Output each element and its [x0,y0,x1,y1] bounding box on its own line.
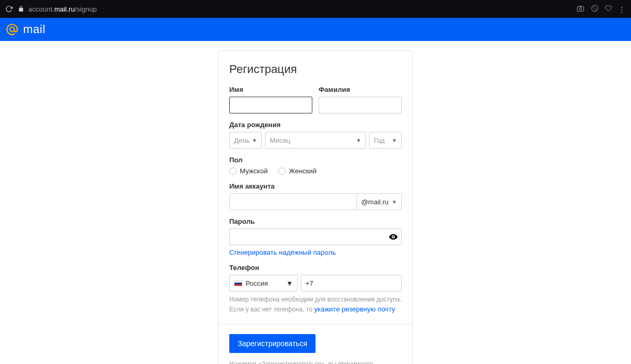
block-icon[interactable] [591,5,598,14]
chevron-down-icon: ▼ [392,199,397,205]
form-footer: Зарегистрироваться Нажимая «Зарегистриро… [219,324,412,365]
svg-point-1 [579,7,582,9]
radio-icon [278,168,286,175]
phone-label: Телефон [229,264,402,272]
app-header: mail [0,18,631,41]
svg-point-4 [10,27,15,32]
reload-icon[interactable] [5,5,13,13]
dob-month-select[interactable]: Месяц▼ [265,132,366,149]
heart-icon[interactable] [605,5,612,14]
last-name-input[interactable] [319,97,402,113]
chevron-down-icon: ▼ [356,138,361,143]
eye-icon [389,232,398,242]
chevron-down-icon: ▼ [252,138,257,143]
phone-hint: Номер телефона необходим для восстановле… [229,295,402,315]
logo-text: mail [23,23,45,36]
domain-select[interactable]: @mail.ru▼ [357,193,402,210]
at-icon [5,23,19,36]
browser-chrome-bar: account.mail.ru/signup ⋮ [0,0,631,18]
gender-female-radio[interactable]: Женский [278,167,317,175]
country-select[interactable]: Россия ▼ [229,275,298,292]
form-title: Регистрация [229,63,402,76]
url-bar[interactable]: account.mail.ru/signup [18,5,97,13]
backup-email-link[interactable]: укажите резервную почту [314,305,395,313]
toggle-password-visibility-button[interactable] [388,232,399,242]
last-name-label: Фамилия [319,86,402,93]
password-label: Пароль [229,217,402,225]
chevron-down-icon: ▼ [392,138,397,143]
first-name-input[interactable] [229,97,312,113]
dob-day-select[interactable]: День▼ [229,132,262,149]
svg-point-5 [393,236,394,238]
first-name-label: Имя [229,86,312,93]
dob-label: Дата рождения [229,121,402,129]
account-input[interactable] [229,193,357,210]
lock-icon [18,6,24,12]
russia-flag-icon [234,280,242,286]
submit-button[interactable]: Зарегистрироваться [229,334,316,353]
signup-form: Регистрация Имя Фамилия Дата рождения Де… [218,50,413,364]
gender-label: Пол [229,156,402,164]
main-content: Регистрация Имя Фамилия Дата рождения Де… [0,41,631,364]
generate-password-link[interactable]: Сгенерировать надёжный пароль [229,248,336,256]
svg-rect-0 [577,6,584,11]
chevron-down-icon: ▼ [286,279,293,287]
dob-year-select[interactable]: Год▼ [369,132,402,149]
gender-male-radio[interactable]: Мужской [229,167,268,175]
camera-icon[interactable] [576,4,585,14]
svg-line-3 [593,6,597,10]
password-input[interactable] [229,228,402,245]
mail-logo[interactable]: mail [5,23,45,36]
account-label: Имя аккаунта [229,182,402,190]
phone-input[interactable] [301,275,402,292]
radio-icon [229,168,237,175]
gender-female-label: Женский [289,167,317,175]
more-icon[interactable]: ⋮ [618,5,626,13]
gender-male-label: Мужской [240,167,268,175]
url-text: account.mail.ru/signup [28,5,97,13]
terms-hint: Нажимая «Зарегистрироваться», вы принима… [229,359,402,365]
